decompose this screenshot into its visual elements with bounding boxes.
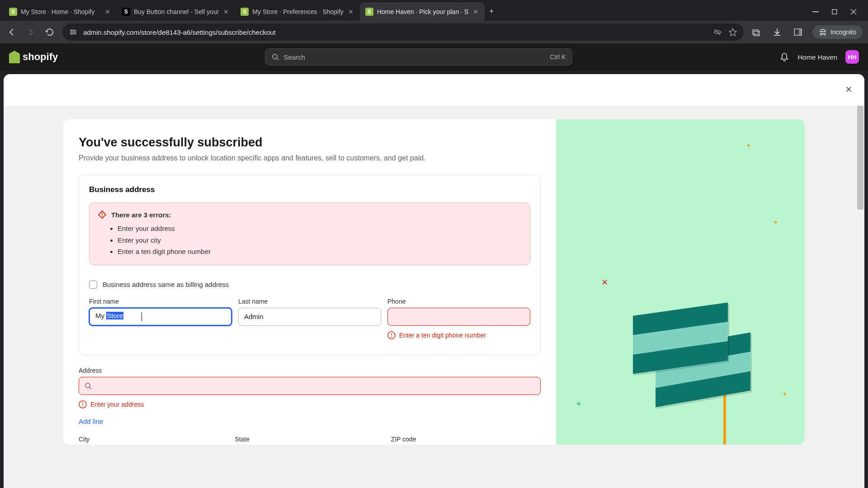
error-banner: There are 3 errors: Enter your address E… — [89, 202, 530, 265]
svg-point-13 — [102, 216, 103, 216]
phone-error: Enter a ten digit phone number — [387, 331, 530, 339]
svg-point-5 — [71, 29, 73, 31]
svg-rect-1 — [832, 9, 837, 14]
shopify-favicon: S — [9, 8, 17, 16]
error-icon — [387, 331, 396, 339]
first-name-label: First name — [89, 298, 232, 305]
tab-title: My Store · Preferences · Shopify — [252, 8, 344, 15]
content-frame: ✕ You've successfully subscribed Provide… — [4, 74, 864, 488]
first-name-input[interactable]: My Store — [89, 308, 232, 326]
close-icon[interactable]: ✕ — [104, 8, 111, 15]
avatar[interactable]: HH — [845, 50, 859, 64]
error-list: Enter your address Enter your city Enter… — [98, 223, 522, 258]
search-input[interactable]: Search Ctrl K — [265, 48, 572, 66]
illustration-panel: ✦ ✦ ✦ ✕ ✕ ✕ + — [556, 119, 805, 445]
window-controls — [805, 2, 864, 21]
svg-point-6 — [74, 31, 75, 33]
add-line-button[interactable]: Add line — [79, 418, 103, 425]
incognito-indicator[interactable]: Incognito — [812, 25, 863, 39]
sparkle-icon: ✦ — [782, 390, 788, 398]
browser-tab-0[interactable]: S My Store · Home · Shopify ✕ — [4, 2, 117, 21]
close-icon[interactable]: ✕ — [347, 8, 354, 15]
error-item: Enter a ten digit phone number — [118, 246, 522, 258]
search-placeholder: Search — [283, 53, 305, 61]
search-icon — [85, 382, 92, 389]
minimize-icon[interactable] — [812, 8, 819, 15]
notifications-button[interactable] — [779, 52, 789, 62]
modal-header: ✕ — [4, 74, 864, 106]
svg-point-20 — [82, 405, 83, 406]
svg-rect-0 — [812, 11, 819, 12]
checkbox-label: Business address same as billing address — [103, 281, 229, 288]
svg-point-7 — [71, 33, 73, 35]
zip-label: ZIP code — [391, 436, 541, 443]
plus-decoration-icon: + — [576, 399, 581, 409]
reload-icon[interactable] — [43, 26, 56, 38]
browser-tab-2[interactable]: S My Store · Preferences · Shopify ✕ — [235, 2, 360, 21]
page-title: You've successfully subscribed — [79, 136, 541, 150]
svg-rect-17 — [391, 333, 392, 335]
phone-label: Phone — [387, 298, 530, 305]
close-window-icon[interactable] — [850, 8, 857, 15]
address-bar[interactable]: admin.shopify.com/store/de8143-a6/settin… — [62, 23, 744, 41]
error-icon — [79, 400, 87, 408]
browser-tab-1[interactable]: S Buy Button channel - Sell your ✕ — [117, 2, 235, 21]
bookmark-icon[interactable] — [728, 28, 737, 37]
incognito-icon — [819, 28, 827, 36]
search-shortcut: Ctrl K — [550, 53, 566, 61]
form-card: You've successfully subscribed Provide y… — [63, 119, 556, 445]
svg-rect-9 — [754, 31, 760, 36]
browser-tab-3[interactable]: S Home Haven · Pick your plan · S ✕ — [360, 2, 485, 21]
error-title: There are 3 errors: — [111, 211, 171, 219]
svg-rect-8 — [753, 30, 758, 34]
page-subtitle: Provide your business address to unlock … — [79, 154, 541, 162]
shopify-header: shopify Search Ctrl K Home Haven HH — [0, 43, 868, 70]
address-input[interactable] — [79, 377, 541, 395]
close-icon[interactable]: ✕ — [845, 84, 853, 95]
forward-icon — [24, 26, 37, 38]
tab-title: Buy Button channel - Sell your — [134, 8, 219, 15]
address-label: Address — [79, 367, 541, 374]
scrollbar-thumb[interactable] — [857, 106, 863, 210]
browser-titlebar: S My Store · Home · Shopify ✕ S Buy Butt… — [0, 0, 868, 21]
browser-toolbar: admin.shopify.com/store/de8143-a6/settin… — [0, 21, 868, 43]
back-icon[interactable] — [5, 26, 18, 38]
business-address-section: Business address There are 3 errors: Ent… — [79, 175, 541, 355]
close-icon[interactable]: ✕ — [472, 8, 479, 15]
svg-rect-11 — [799, 29, 802, 35]
sidepanel-icon[interactable] — [792, 26, 804, 38]
modal-body: You've successfully subscribed Provide y… — [4, 106, 864, 445]
store-name: Home Haven — [797, 53, 837, 61]
new-tab-button[interactable]: + — [485, 2, 498, 21]
maximize-icon[interactable] — [831, 8, 838, 15]
last-name-label: Last name — [238, 298, 381, 305]
shopify-favicon: S — [241, 8, 249, 16]
error-item: Enter your address — [118, 223, 522, 235]
city-label: City — [79, 436, 228, 443]
address-error: Enter your address — [79, 400, 541, 408]
eye-off-icon[interactable] — [713, 28, 722, 37]
phone-input[interactable] — [387, 308, 530, 326]
text-caret — [142, 312, 142, 321]
site-settings-icon[interactable] — [69, 28, 78, 37]
shopify-logo-icon — [9, 51, 20, 63]
x-decoration-icon: ✕ — [601, 277, 608, 287]
url-text: admin.shopify.com/store/de8143-a6/settin… — [83, 28, 708, 36]
shopify-logo[interactable]: shopify — [9, 51, 58, 63]
logo-text: shopify — [23, 51, 58, 63]
svg-point-16 — [391, 336, 392, 337]
svg-rect-21 — [82, 402, 83, 404]
media-icon[interactable] — [750, 26, 763, 38]
scrollbar-track[interactable] — [856, 106, 864, 445]
same-as-billing-checkbox[interactable]: Business address same as billing address — [89, 281, 530, 289]
tab-strip: S My Store · Home · Shopify ✕ S Buy Butt… — [4, 2, 805, 21]
error-item: Enter your city — [118, 235, 522, 246]
svg-point-12 — [273, 54, 277, 59]
state-label: State — [235, 436, 384, 443]
incognito-label: Incognito — [830, 28, 856, 36]
tab-title: Home Haven · Pick your plan · S — [377, 8, 468, 15]
last-name-input[interactable]: Admin — [238, 308, 381, 326]
sparkle-icon: ✦ — [746, 142, 751, 149]
close-icon[interactable]: ✕ — [222, 8, 230, 15]
download-icon[interactable] — [771, 26, 783, 38]
